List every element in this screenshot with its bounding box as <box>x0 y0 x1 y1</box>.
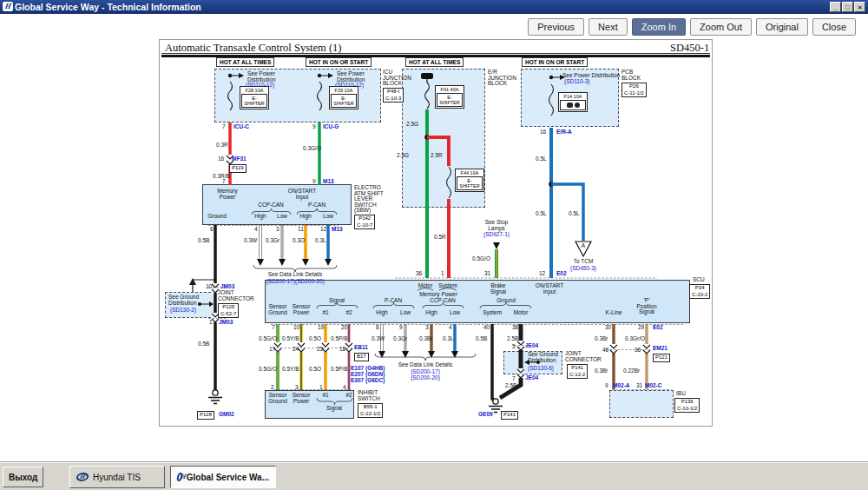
sbw-label: (SBW) <box>354 208 371 214</box>
pin-number: 1 <box>209 320 213 326</box>
ground-name-gm02[interactable]: GM02 <box>219 412 234 418</box>
taskbar-item-hyundai-tis[interactable]: Hyundai TIS <box>69 466 165 488</box>
ref-line: P121 <box>655 354 667 361</box>
block-pin-label: K-Line <box>606 310 622 316</box>
hot-at-all-times-header: HOT AT ALL TIMES <box>216 57 274 67</box>
er-block-label: BLOCK <box>488 81 507 87</box>
connector-name-icu-g[interactable]: ICU-G <box>323 124 339 130</box>
wire-label: 0.5G/O <box>259 336 277 342</box>
pin-number: 6 <box>210 227 214 233</box>
ref-line: C-52-7 <box>220 311 236 318</box>
block-pin-label: Motor <box>514 310 529 316</box>
fuse-label: F28 10A <box>246 88 264 93</box>
wire-label: 0.22Br <box>623 368 640 374</box>
inhibit-connector-ref: B55-1C-22-1/2 <box>358 403 383 418</box>
block-pin-label: P-CAN <box>308 202 326 209</box>
pin-number: 31 <box>636 383 642 389</box>
icu-connector-ref: P48-IC-10-3 <box>383 88 404 103</box>
exit-button[interactable]: Выход <box>3 467 43 487</box>
sd927-1-link[interactable]: (SD927-1) <box>483 232 510 238</box>
sd200-20-link[interactable]: (SD200-20) <box>411 375 440 381</box>
pin-number: 7 <box>222 124 226 130</box>
ref-line: P119 <box>232 165 244 172</box>
ref-line: P26 <box>624 83 644 90</box>
wire-label: 2.5B <box>507 336 518 342</box>
block-pin-label: Motor <box>418 283 433 289</box>
block-pin-label: High <box>425 310 437 316</box>
pin-number: 11 <box>298 227 304 233</box>
connector-name-icu-c[interactable]: ICU-C <box>233 124 249 130</box>
wire-label: 0.3W <box>244 238 257 244</box>
connector-ref-b17: B17 <box>354 353 369 361</box>
connector-name-e02[interactable]: E02 <box>653 325 663 331</box>
block-pin-label: Signal <box>639 309 654 315</box>
ref-line: P141 <box>569 365 585 372</box>
block-pin-label: CCP-CAN <box>430 298 456 304</box>
ref-line: P48-I <box>385 89 401 96</box>
wire-label: 0.3Gr <box>393 336 407 342</box>
block-pin-label: Ground <box>268 310 287 316</box>
wire-label: 0.5P/B <box>331 367 348 373</box>
car-gear-icon <box>560 100 586 110</box>
taskbar-item-global-service-way[interactable]: Global Service Wa... <box>170 466 276 488</box>
connector-name-jm03[interactable]: JM03 <box>219 320 233 326</box>
connector-name-e307[interactable]: E307 (G6DC) <box>351 378 385 384</box>
pin-number: 7 <box>512 376 516 382</box>
block-pin-label: Ground <box>207 214 227 220</box>
connector-name-m13[interactable]: M13 <box>323 179 334 185</box>
sd130-6-link[interactable]: (SD130-6) <box>528 366 554 372</box>
block-pin-label: High <box>254 214 266 220</box>
sd450-3-link[interactable]: (SD450-3) <box>570 266 596 272</box>
pin-number: 4 <box>254 227 258 233</box>
connector-name-e02[interactable]: E02 <box>556 271 567 277</box>
data-link-ref-link[interactable]: (SD200-17)(SD200-20) <box>266 279 324 285</box>
connector-name-je04[interactable]: JE04 <box>525 343 538 349</box>
fuse-circuit-label: E-SHIFTER <box>331 94 357 108</box>
ref-line: C-20-2 <box>692 292 707 299</box>
ref-line: C-11-1/2 <box>624 90 644 97</box>
connector-name-je04[interactable]: JE04 <box>525 375 538 381</box>
pin-number: 24 <box>293 347 299 353</box>
ref-line: B55-1 <box>360 404 380 411</box>
connector-name-era[interactable]: E/R-A <box>556 129 572 136</box>
connector-name-eb11[interactable]: EB11 <box>354 345 368 351</box>
pin-number: 7 <box>222 179 226 185</box>
wire-label: 0.3R <box>216 142 228 149</box>
ref-line: C-10-7 <box>357 222 372 229</box>
block-pin-label: #2 <box>345 393 352 399</box>
ref-line: C-10-1/2 <box>677 406 697 413</box>
pin-number: 3 <box>425 325 429 331</box>
pin-number: 10 <box>293 325 299 331</box>
sd110-3-link[interactable]: (SD110-3) <box>564 79 590 85</box>
fuse-f41: F41 40AE-SHIFTER <box>435 85 464 109</box>
pcb-connector-ref: P26C-11-1/2 <box>621 83 647 97</box>
pin-number: 23 <box>317 347 323 353</box>
pin-number: 18 <box>339 347 345 353</box>
ibu-label: IBU <box>676 391 686 397</box>
block-pin-label: Input <box>296 195 308 201</box>
pin-number: 3 <box>276 227 279 233</box>
block-pin-label: Signal <box>326 406 342 412</box>
ref-line: P136 <box>677 399 697 406</box>
pin-number: 16 <box>540 129 546 136</box>
wire-label: 0.5O <box>309 336 321 342</box>
connector-name-m02a[interactable]: M02-A <box>613 383 630 389</box>
block-pin-label: Input <box>543 289 556 295</box>
connector-ref-p129: P129C-52-7 <box>218 303 239 318</box>
pin-number: 3 <box>295 385 299 391</box>
fuse-f29: F29 10AE-SHIFTER <box>329 86 358 109</box>
fuse-circuit-label: E-SHIFTER <box>241 94 267 108</box>
ground-name-ge09[interactable]: GE09 <box>478 412 493 418</box>
connector-name-mf31[interactable]: MF31 <box>232 156 247 162</box>
connector-name-m02c[interactable]: M02-C <box>645 383 662 389</box>
connector-name-em21[interactable]: EM21 <box>653 346 667 352</box>
connector-name-m13[interactable]: M13 <box>332 227 343 233</box>
pin-number: 1 <box>319 385 323 391</box>
fuse-f44: F44 10AE-SHIFTER <box>455 169 484 192</box>
fuse-circuit-label: E-SHIFTER <box>437 93 463 107</box>
block-pin-label: Ground <box>496 298 516 304</box>
wire-label: 0.5B <box>198 341 209 348</box>
ibu-connector-ref: P136C-10-1/2 <box>674 398 700 413</box>
pcb-block-label: BLOCK <box>621 76 641 82</box>
sd130-2-link[interactable]: (SD130-2) <box>170 308 196 314</box>
